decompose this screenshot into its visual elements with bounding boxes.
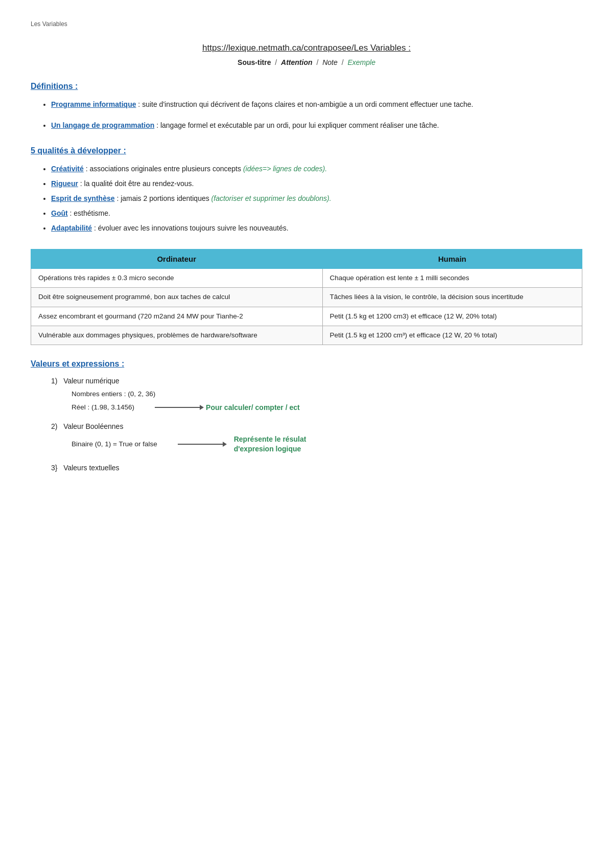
- main-title: https://lexique.netmath.ca/contraposee/L…: [31, 43, 582, 53]
- valeur-numerique-label: Valeur numérique: [63, 377, 119, 385]
- definitions-section: Définitions : Programme informatique : s…: [31, 82, 582, 131]
- quality-adaptabilite-rest: : évoluer avec les innovations toujours …: [92, 224, 288, 232]
- sub-term-binaire-label: Binaire (0, 1) = True or false: [72, 440, 157, 448]
- list-item: Esprit de synthèse : jamais 2 portions i…: [51, 193, 582, 204]
- table-cell: Assez encombrant et gourmand (720 m2and …: [31, 307, 323, 326]
- valeurs-numbered-list: 1) Valeur numérique Nombres entiers : (0…: [31, 377, 582, 472]
- table-cell: Petit (1.5 kg et 1200 cm3) et efficace (…: [322, 307, 582, 326]
- list-item: Programme informatique : suite d'instruc…: [51, 99, 582, 110]
- table-cell: Tâches liées à la vision, le contrôle, l…: [322, 288, 582, 307]
- definitions-list: Programme informatique : suite d'instruc…: [31, 99, 582, 131]
- qualities-section: 5 qualités à développer : Créativité : a…: [31, 146, 582, 234]
- table-cell: Opérations très rapides ± 0.3 micro seco…: [31, 269, 323, 288]
- sub-item-entiers: Nombres entiers : (0, 2, 36): [72, 389, 582, 399]
- bool-label-line1: Représente le résulat: [234, 435, 306, 443]
- subtitle-sous-titre: Sous-titre: [238, 58, 271, 66]
- list-item: Un langage de programmation : langage fo…: [51, 120, 582, 131]
- sub-term-entiers: Nombres entiers :: [72, 390, 126, 398]
- comparison-table: Ordinateur Humain Opérations très rapide…: [31, 249, 582, 345]
- term-langage-rest: : langage formel et exécutable par un or…: [154, 121, 439, 129]
- table-row: Vulnérable aux dommages physiques, probl…: [31, 326, 582, 345]
- valeur-textuelles-title: 3} Valeurs textuelles: [51, 464, 582, 472]
- valeur-numerique-subitems: Nombres entiers : (0, 2, 36) Réel : (1.9…: [51, 389, 582, 413]
- arrow-line-binaire: [178, 444, 224, 445]
- sub-value-entiers: (0, 2, 36): [126, 390, 156, 398]
- list-item: Créativité : associations originales ent…: [51, 164, 582, 174]
- sub-term-binaire: Binaire (0, 1) = True or false: [72, 439, 157, 449]
- arrow-line-reel: [155, 407, 201, 408]
- sub-item-reel: Réel : (1.98, 3.1456) Pour calculer/ com…: [72, 402, 582, 413]
- valeur-numerique-item: 1) Valeur numérique Nombres entiers : (0…: [51, 377, 582, 413]
- valeurs-title: Valeurs et expressions :: [31, 359, 582, 369]
- quality-esprit-rest: : jamais 2 portions identiques: [115, 194, 211, 202]
- quality-gout-rest: : esthétisme.: [68, 209, 110, 217]
- quality-esprit: Esprit de synthèse: [51, 194, 115, 202]
- list-item: Rigueur : la qualité doit être au rendez…: [51, 178, 582, 189]
- term-langage: Un langage de programmation: [51, 121, 154, 129]
- table-header-ordinateur: Ordinateur: [31, 249, 323, 269]
- sub-value-reel: (1.98, 3.1456): [89, 403, 134, 411]
- valeur-numerique-num: 1): [51, 377, 57, 385]
- sep2: /: [316, 58, 318, 66]
- quality-rigueur-rest: : la qualité doit être au rendez-vous.: [78, 179, 194, 188]
- sub-term-reel-label: Réel :: [72, 403, 89, 411]
- quality-gout: Goût: [51, 209, 68, 217]
- list-item: Goût : esthétisme.: [51, 208, 582, 219]
- quality-creativite-highlight: (idées=> lignes de codes).: [243, 165, 327, 173]
- subtitle-line: Sous-titre / Attention / Note / Exemple: [31, 58, 582, 66]
- valeur-bool-subitems: Binaire (0, 1) = True or false Représent…: [51, 435, 582, 454]
- comparison-table-section: Ordinateur Humain Opérations très rapide…: [31, 249, 582, 345]
- subtitle-attention: Attention: [281, 58, 312, 66]
- sep3: /: [342, 58, 344, 66]
- quality-rigueur: Rigueur: [51, 179, 78, 188]
- definitions-title: Définitions :: [31, 82, 582, 91]
- list-item: Adaptabilité : évoluer avec les innovati…: [51, 223, 582, 234]
- qualities-title: 5 qualités à développer :: [31, 146, 582, 155]
- valeurs-section: Valeurs et expressions : 1) Valeur numér…: [31, 359, 582, 472]
- quality-esprit-highlight: (factoriser et supprimer les doublons).: [211, 194, 332, 202]
- sub-item-binaire: Binaire (0, 1) = True or false Représent…: [72, 435, 582, 454]
- table-cell: Chaque opération est lente ± 1 milli sec…: [322, 269, 582, 288]
- valeur-textuelles-num: 3}: [51, 464, 57, 472]
- table-header-humain: Humain: [322, 249, 582, 269]
- arrow-label-reel: Pour calculer/ compter / ect: [206, 403, 300, 412]
- table-row: Assez encombrant et gourmand (720 m2and …: [31, 307, 582, 326]
- subtitle-exemple: Exemple: [347, 58, 375, 66]
- arrow-label-binaire: Représente le résulat d'expresion logiqu…: [234, 435, 306, 454]
- qualities-list: Créativité : associations originales ent…: [31, 164, 582, 234]
- table-cell: Vulnérable aux dommages physiques, probl…: [31, 326, 323, 345]
- quality-creativite-rest: : associations originales entre plusieur…: [84, 165, 243, 173]
- table-row: Opérations très rapides ± 0.3 micro seco…: [31, 269, 582, 288]
- table-row: Doit être soigneusement programmé, bon a…: [31, 288, 582, 307]
- subtitle-note: Note: [322, 58, 338, 66]
- valeur-bool-label: Valeur Booléennes: [63, 422, 123, 430]
- page-label: Les Variables: [31, 20, 582, 28]
- table-cell: Doit être soigneusement programmé, bon a…: [31, 288, 323, 307]
- valeur-numerique-title: 1) Valeur numérique: [51, 377, 582, 385]
- valeur-textuelles-item: 3} Valeurs textuelles: [51, 464, 582, 472]
- quality-adaptabilite: Adaptabilité: [51, 224, 92, 232]
- quality-creativite: Créativité: [51, 165, 84, 173]
- bool-label-line2: d'expresion logique: [234, 445, 301, 453]
- term-programme-rest: : suite d'instruction qui décrivent de f…: [136, 100, 473, 108]
- valeur-bool-num: 2): [51, 422, 57, 430]
- valeur-textuelles-label: Valeurs textuelles: [63, 464, 119, 472]
- valeur-bool-item: 2) Valeur Booléennes Binaire (0, 1) = Tr…: [51, 422, 582, 454]
- sub-term-reel: Réel : (1.98, 3.1456): [72, 402, 134, 413]
- sep1: /: [275, 58, 277, 66]
- table-cell: Petit (1.5 kg et 1200 cm³) et efficace (…: [322, 326, 582, 345]
- term-programme: Programme informatique: [51, 100, 136, 108]
- valeur-bool-title: 2) Valeur Booléennes: [51, 422, 582, 430]
